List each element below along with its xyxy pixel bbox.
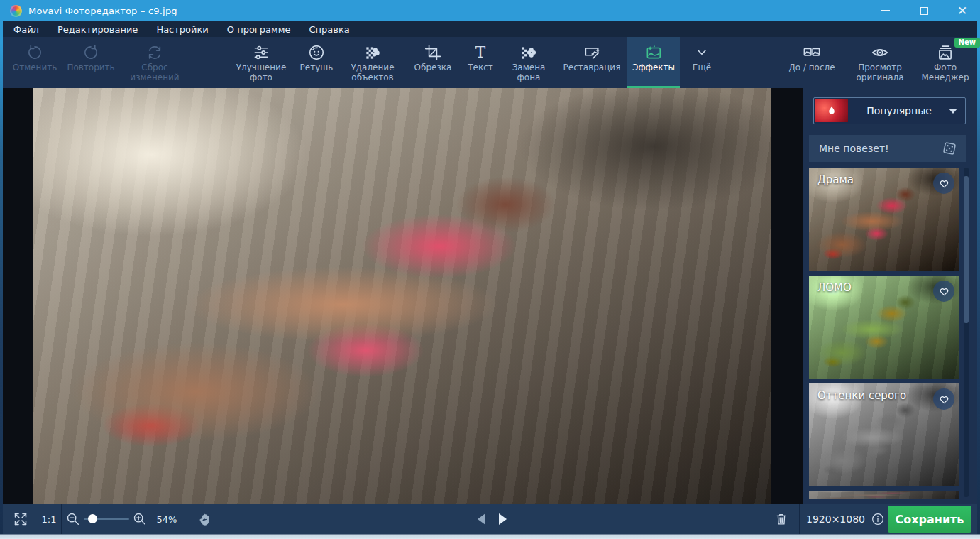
effect-name: Драма [817,173,854,186]
reset-changes-button[interactable]: Сброс изменений [121,37,189,88]
effects-category-dropdown[interactable]: Популярные [813,97,966,124]
reset-icon [145,43,164,62]
category-label: Популярные [849,105,949,116]
edited-photo[interactable] [33,88,771,504]
undo-icon [26,43,44,62]
zoom-percent: 54% [149,504,185,534]
tool-more[interactable]: Ещё [680,37,724,88]
window-title: Movavi Фоторедактор – c9.jpg [28,6,177,16]
zoom-out-icon [65,511,81,527]
menu-help[interactable]: Справка [300,21,359,37]
tool-enhance-photo[interactable]: Улучшение фото [229,37,294,88]
menu-file[interactable]: Файл [4,21,48,37]
info-icon[interactable] [871,512,885,526]
maximize-button[interactable] [915,3,933,18]
delete-photo-button[interactable] [769,504,793,534]
effect-grayscale[interactable]: Оттенки серого [809,383,959,486]
movavi-logo-icon [10,5,22,17]
app-window: Movavi Фоторедактор – c9.jpg ✕ Файл Реда… [0,0,980,539]
restoration-icon [583,43,601,62]
view-original-button[interactable]: Просмотр оригинала [845,37,915,88]
previous-icon [478,513,485,525]
tool-background-replace[interactable]: Замена фона [501,37,556,88]
heart-icon [938,178,950,190]
tool-object-removal[interactable]: Удаление объектов [339,37,406,88]
tool-text[interactable]: T Текст [460,37,501,88]
image-dimensions: 1920×1080 [806,513,865,525]
photo-manager-button[interactable]: New Фото Менеджер [915,37,976,88]
menu-settings[interactable]: Настройки [147,21,217,37]
dice-icon [940,139,959,158]
effect-name: ЛОМО [817,281,852,294]
zoom-in-button[interactable] [131,504,149,534]
flame-icon [825,104,838,117]
zoom-slider[interactable] [84,518,129,520]
menubar: Файл Редактирование Настройки О программ… [3,21,977,37]
favorite-button[interactable] [933,388,954,410]
actual-size-button[interactable]: 1:1 [37,504,61,534]
crop-icon [424,43,442,62]
trash-icon [773,511,789,527]
heart-icon [938,393,950,405]
minimize-button[interactable] [876,3,895,18]
minimize-icon [881,10,890,11]
retouch-face-icon [307,43,326,62]
undo-button[interactable]: Отменить [9,37,61,88]
new-badge: New [954,38,980,48]
effects-panel: Популярные Мне повезет! Драма ЛОМО [803,88,977,504]
fit-screen-icon [12,511,29,528]
next-photo-button[interactable] [495,504,510,534]
redo-button[interactable]: Повторить [61,37,121,88]
eye-icon [871,43,889,62]
text-icon: T [471,43,490,62]
next-icon [499,513,507,525]
category-thumbnail [815,99,848,122]
redo-icon [82,43,100,62]
tool-effects[interactable]: Эффекты [627,37,680,88]
save-button[interactable]: Сохранить [888,506,971,533]
svg-text:T: T [475,43,486,61]
zoom-in-icon [132,511,148,527]
zoom-out-button[interactable] [64,504,82,534]
object-removal-icon [363,43,382,62]
zoom-slider-thumb[interactable] [88,514,97,523]
favorite-button[interactable] [933,281,954,302]
tool-crop[interactable]: Обрезка [406,37,460,88]
hand-tool-button[interactable] [193,504,217,534]
effect-drama[interactable]: Драма [809,168,959,271]
fit-to-screen-button[interactable] [10,504,31,534]
before-after-button[interactable]: До / после [778,37,845,88]
chevron-down-icon [693,43,711,62]
effects-scrollbar-track[interactable] [964,168,969,497]
tool-restoration[interactable]: Реставрация [556,37,627,88]
effect-lomo[interactable]: ЛОМО [809,276,959,379]
background-replace-icon [519,43,538,62]
photo-canvas [3,88,803,504]
effect-name: Оттенки серого [817,389,906,402]
adjust-sliders-icon [252,43,270,62]
photo-manager-icon [936,43,954,62]
menu-edit[interactable]: Редактирование [48,21,147,37]
dropdown-caret-icon [949,109,957,114]
toolbar-separator [747,39,747,86]
hand-tool-icon [197,511,214,528]
menu-about[interactable]: О программе [218,21,300,37]
tool-retouch[interactable]: Ретушь [294,37,339,88]
favorite-button[interactable] [933,173,954,194]
effects-icon [644,43,663,62]
titlebar: Movavi Фоторедактор – c9.jpg ✕ [0,0,980,21]
photo-content [33,88,771,504]
feeling-lucky-button[interactable]: Мне повезет! [809,135,966,162]
heart-icon [938,285,950,298]
before-after-icon [803,43,821,62]
close-button[interactable]: ✕ [953,3,971,18]
statusbar: 1:1 54% 1920×1080 Сохранить [3,504,977,534]
effect-partial[interactable] [809,491,959,499]
toolbar: Отменить Повторить Сброс изменений У [3,37,977,88]
maximize-icon [920,7,928,15]
previous-photo-button[interactable] [474,504,488,534]
effects-scrollbar-thumb[interactable] [964,176,969,323]
